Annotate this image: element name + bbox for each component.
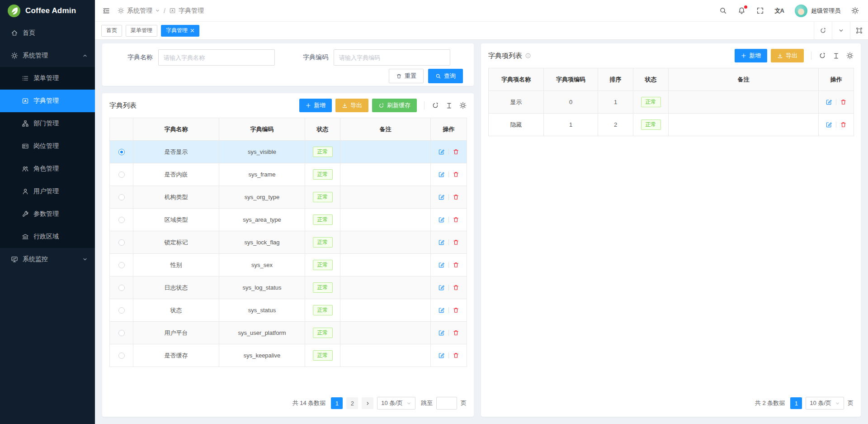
delete-icon[interactable] bbox=[453, 307, 459, 314]
dict-table-body: 是否显示 sys_visible 正常 bbox=[110, 141, 467, 367]
system-submenu: 菜单管理 字典管理 部门管理 岗位管理 角色管理 bbox=[0, 67, 95, 248]
add-button[interactable]: 新增 bbox=[299, 99, 332, 112]
sidebar-item-user-mgmt[interactable]: 用户管理 bbox=[0, 180, 95, 203]
breadcrumb-group[interactable]: 系统管理 bbox=[127, 7, 152, 15]
sidebar-item-role-mgmt[interactable]: 角色管理 bbox=[0, 157, 95, 180]
sidebar-item-region-mgmt[interactable]: 行政区域 bbox=[0, 225, 95, 248]
translate-icon[interactable]: 文A bbox=[775, 7, 784, 15]
edit-icon[interactable] bbox=[438, 148, 445, 155]
delete-icon[interactable] bbox=[840, 99, 847, 105]
row-radio[interactable] bbox=[118, 285, 125, 291]
divider bbox=[448, 172, 449, 177]
edit-icon[interactable] bbox=[438, 216, 445, 223]
tab-home[interactable]: 首页 bbox=[101, 25, 122, 37]
settings-gear-icon[interactable] bbox=[851, 7, 859, 14]
edit-icon[interactable] bbox=[438, 352, 445, 359]
sidebar-group-system[interactable]: 系统管理 bbox=[0, 44, 95, 67]
column-settings-gear-icon[interactable] bbox=[846, 52, 854, 59]
row-radio[interactable] bbox=[118, 217, 125, 223]
delete-icon[interactable] bbox=[453, 262, 459, 268]
query-button[interactable]: 查询 bbox=[428, 69, 463, 83]
search-icon[interactable] bbox=[719, 7, 727, 14]
dict-table-row: 日志状态 sys_log_status 正常 bbox=[110, 276, 467, 299]
avatar bbox=[795, 5, 807, 17]
edit-icon[interactable] bbox=[438, 284, 445, 291]
row-radio[interactable] bbox=[118, 194, 125, 200]
tab-menu-mgmt[interactable]: 菜单管理 bbox=[126, 25, 157, 37]
sidebar-item-dict-mgmt[interactable]: 字典管理 bbox=[0, 90, 95, 112]
reload-icon[interactable] bbox=[432, 102, 439, 109]
remark-cell bbox=[669, 91, 819, 114]
next-page-button[interactable] bbox=[362, 397, 373, 409]
sidebar-group-monitor[interactable]: 系统监控 bbox=[0, 248, 95, 271]
fullscreen-icon[interactable] bbox=[756, 7, 764, 14]
page-size-select[interactable]: 10 条/页 bbox=[377, 397, 415, 410]
sidebar-item-param-mgmt[interactable]: 参数管理 bbox=[0, 203, 95, 225]
row-radio[interactable] bbox=[118, 239, 125, 246]
item-table-row: 隐藏 1 2 正常 bbox=[489, 114, 854, 136]
delete-icon[interactable] bbox=[453, 171, 459, 178]
sidebar-item-post-mgmt[interactable]: 岗位管理 bbox=[0, 135, 95, 157]
dict-name-input[interactable] bbox=[158, 49, 275, 66]
notification-dot bbox=[744, 5, 747, 9]
row-height-icon[interactable] bbox=[833, 52, 840, 59]
edit-icon[interactable] bbox=[826, 99, 832, 105]
status-badge: 正常 bbox=[313, 350, 333, 361]
user-menu[interactable]: 超级管理员 bbox=[795, 5, 840, 17]
delete-icon[interactable] bbox=[453, 194, 459, 200]
reset-button[interactable]: 重置 bbox=[389, 69, 424, 83]
page-size-select[interactable]: 10 条/页 bbox=[806, 397, 844, 410]
delete-icon[interactable] bbox=[453, 216, 459, 223]
delete-icon[interactable] bbox=[453, 284, 459, 291]
download-icon bbox=[777, 53, 783, 59]
edit-icon[interactable] bbox=[826, 121, 832, 128]
export-button[interactable]: 导出 bbox=[335, 99, 368, 112]
close-icon[interactable] bbox=[190, 29, 194, 33]
row-radio[interactable] bbox=[118, 172, 125, 178]
page-button-1[interactable]: 1 bbox=[331, 397, 343, 409]
remark-cell bbox=[340, 231, 431, 254]
edit-icon[interactable] bbox=[438, 239, 445, 246]
item-export-button[interactable]: 导出 bbox=[771, 49, 804, 62]
reload-icon[interactable] bbox=[819, 52, 826, 59]
row-radio[interactable] bbox=[118, 307, 125, 314]
edit-icon[interactable] bbox=[438, 329, 445, 336]
delete-icon[interactable] bbox=[453, 352, 459, 359]
dict-code-input[interactable] bbox=[334, 49, 450, 66]
jump-page-input[interactable] bbox=[436, 397, 457, 410]
sidebar-item-menu-mgmt[interactable]: 菜单管理 bbox=[0, 67, 95, 90]
username: 超级管理员 bbox=[811, 7, 840, 15]
delete-icon[interactable] bbox=[453, 239, 459, 246]
info-icon[interactable] bbox=[525, 52, 531, 59]
page-button-2[interactable]: 2 bbox=[346, 397, 358, 409]
dict-table-row: 是否缓存 sys_keepalive 正常 bbox=[110, 344, 467, 367]
bank-icon bbox=[22, 233, 29, 240]
maximize-icon[interactable] bbox=[850, 22, 868, 39]
chevron-down-icon[interactable] bbox=[832, 22, 850, 39]
menu-fold-icon[interactable] bbox=[102, 7, 110, 15]
row-radio[interactable] bbox=[118, 149, 125, 155]
item-add-button[interactable]: 新增 bbox=[735, 49, 767, 62]
delete-icon[interactable] bbox=[453, 329, 459, 336]
sidebar-item-home[interactable]: 首页 bbox=[0, 22, 95, 44]
row-radio[interactable] bbox=[118, 353, 125, 359]
edit-icon[interactable] bbox=[438, 262, 445, 268]
row-height-icon[interactable] bbox=[446, 102, 453, 109]
edit-icon[interactable] bbox=[438, 171, 445, 178]
delete-icon[interactable] bbox=[840, 121, 847, 128]
page-button-1[interactable]: 1 bbox=[790, 397, 802, 409]
row-radio[interactable] bbox=[118, 262, 125, 268]
bell-icon[interactable] bbox=[738, 7, 745, 14]
edit-icon[interactable] bbox=[438, 307, 445, 314]
row-radio[interactable] bbox=[118, 330, 125, 336]
column-settings-gear-icon[interactable] bbox=[459, 102, 467, 109]
tab-dict-mgmt[interactable]: 字典管理 bbox=[161, 25, 199, 37]
refresh-cache-button[interactable]: 刷新缓存 bbox=[372, 99, 417, 112]
remark-cell bbox=[340, 276, 431, 299]
dict-table-row: 状态 sys_status 正常 bbox=[110, 299, 467, 322]
sidebar-item-dept-mgmt[interactable]: 部门管理 bbox=[0, 112, 95, 135]
sidebar: Coffee Admin 首页 系统管理 菜单管理 字典管理 bbox=[0, 0, 95, 424]
refresh-icon[interactable] bbox=[814, 22, 832, 39]
edit-icon[interactable] bbox=[438, 194, 445, 200]
delete-icon[interactable] bbox=[453, 148, 459, 155]
